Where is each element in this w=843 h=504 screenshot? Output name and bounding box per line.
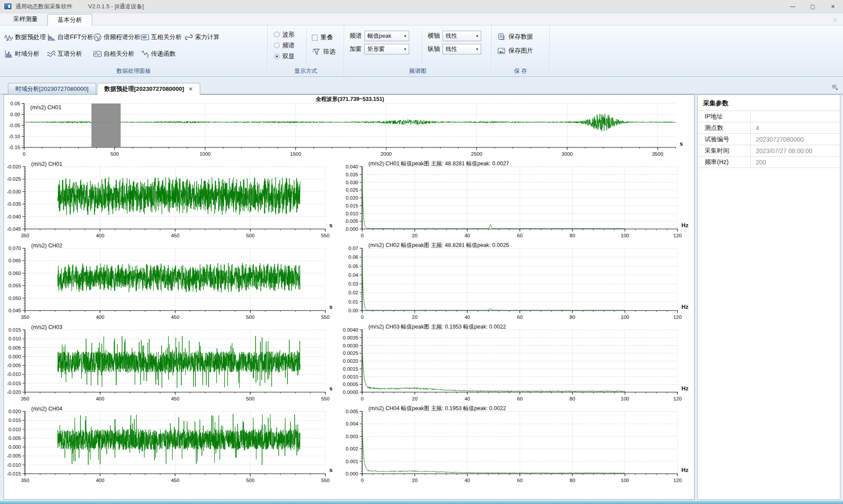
group-label: 数据处理面板 [0,67,267,75]
select-spectrum-type[interactable]: 幅值peak▾ [364,31,409,41]
overlay-checkbox[interactable]: 重叠 [312,31,335,45]
tool-button-autocorr[interactable]: 自相关分析 [93,48,140,60]
svg-text:400: 400 [96,478,104,483]
radio-dual-display[interactable]: 双显 [274,51,295,62]
spectrum-chart-ch03[interactable]: 0.00000.00050.00100.00150.00200.00250.00… [342,324,691,403]
filter-button[interactable]: 筛选 [312,45,335,59]
svg-text:450: 450 [171,478,179,483]
svg-text:40: 40 [465,315,470,320]
svg-text:(m/s2) CH01 幅值peak图 主频: 48.82: (m/s2) CH01 幅值peak图 主频: 48.8281 幅值peak: … [368,161,509,167]
svg-text:-0.015: -0.015 [7,381,21,386]
save-image-button[interactable]: 保存图片 [497,44,533,58]
svg-text:3000: 3000 [562,151,573,157]
select-y-axis-scale[interactable]: 线性▾ [443,44,481,54]
svg-text:0.040: 0.040 [346,164,358,169]
tool-button-label: 数据预处理 [15,33,46,41]
svg-text:120: 120 [673,315,681,320]
tab-list-icon[interactable] [832,84,839,90]
time-chart-ch04[interactable]: -0.015-0.010-0.0050.0000.0050.0100.0150.… [6,405,338,484]
select-x-axis-scale[interactable]: 线性▾ [443,31,481,41]
tool-button-transfer[interactable]: 5传递函数 [140,48,184,60]
spectrum-chart-ch01[interactable]: 0.0000.0050.0100.0150.0200.0250.0300.035… [342,161,691,239]
svg-text:0.015: 0.015 [8,327,21,332]
param-value: 20230727080000 [750,134,840,145]
svg-text:-0.015: -0.015 [7,471,21,476]
svg-text:80: 80 [569,478,575,483]
tool-button-preprocess[interactable]: 数据预处理 [4,32,47,43]
spectrum-chart-ch04[interactable]: 0.0000.0010.0020.0030.0040.0050204060801… [342,405,691,484]
tool-button-fft[interactable]: 自谱FFT分析 [47,32,93,43]
overview-waveform-chart[interactable]: -0.15-0.10-0.050.000.0505001000150020002… [6,96,691,158]
field-y-axis-scale: 纵轴线性▾ [428,44,481,54]
tool-button-crossspectrum[interactable]: 互谱分析 [47,48,93,60]
select-window-type[interactable]: 矩形窗▾ [364,44,409,54]
tool-button-label: 倍频程谱分析 [104,33,140,41]
group-label: 频谱图 [344,67,491,75]
svg-text:0.06: 0.06 [349,254,358,260]
svg-text:-0.005: -0.005 [7,453,21,458]
ribbon-tab-sampling[interactable]: 采样测量 [4,14,47,25]
param-row: 采集时间2023/07/27 08:00:00 [698,145,840,157]
filter-icon [312,47,321,56]
tool-button-timedomain[interactable]: 时域分析 [4,48,47,60]
select-label: 频谱 [349,32,362,40]
minimize-button[interactable]: — [782,0,803,13]
svg-text:(m/s2) CH02 幅值peak图 主频: 48.82: (m/s2) CH02 幅值peak图 主频: 48.8281 幅值peak: … [368,242,509,248]
param-label: 采集时间 [698,145,750,157]
svg-text:s: s [329,467,332,473]
svg-text:-0.030: -0.030 [7,189,21,194]
svg-text:0.015: 0.015 [346,203,358,208]
tool-button-octave[interactable]: 倍频程谱分析 [93,32,140,43]
svg-text:500: 500 [111,151,119,157]
home-icon[interactable]: ⌂ [833,16,837,23]
tab-close-icon[interactable]: ✕ [188,86,193,92]
close-button[interactable]: ✕ [823,0,843,13]
svg-text:0.020: 0.020 [346,195,358,200]
svg-text:0: 0 [361,315,364,320]
svg-text:20: 20 [412,233,418,238]
app-icon [4,4,11,9]
params-panel: 采集参数 IP地址测点数4试验编号20230727080000采集时间2023/… [697,94,840,500]
doc-tab-preprocess[interactable]: 数据预处理[20230727080000]✕ [97,83,201,95]
time-chart-ch01[interactable]: -0.045-0.040-0.035-0.030-0.025-0.0203504… [6,161,338,239]
spectrum-chart-ch02[interactable]: 0.000.010.020.030.040.050.060.0702040608… [342,242,691,321]
svg-text:80: 80 [569,315,575,320]
svg-text:0.005: 0.005 [346,218,358,224]
radio-spectrum[interactable]: 频谱 [274,40,295,51]
time-chart-ch03[interactable]: -0.020-0.015-0.010-0.0050.0000.0050.0100… [6,324,338,403]
svg-text:120: 120 [673,478,681,483]
params-title: 采集参数 [698,95,840,111]
svg-text:20: 20 [412,396,418,401]
svg-text:0.05: 0.05 [349,264,358,269]
ribbon-tab-basic-analysis[interactable]: 基本分析 [47,14,92,25]
svg-text:40: 40 [465,233,470,238]
svg-text:2000: 2000 [381,151,392,157]
svg-text:-0.15: -0.15 [9,145,20,150]
save-data-button[interactable]: 保存数据 [497,30,533,44]
param-label: 试验编号 [698,134,750,145]
tool-button-cableforce[interactable]: 索力计算 [184,32,267,43]
param-row: 测点数4 [698,122,840,134]
radio-icon [274,54,280,59]
titlebar: 通用动态数据采集软件 V2.0.1.5 - [8通道设备] — ▢ ✕ [0,0,843,13]
svg-text:500: 500 [246,396,254,401]
svg-text:350: 350 [21,315,29,320]
group-label: 保 存 [492,67,549,75]
param-value [750,111,840,122]
tool-button-crosscorr[interactable]: 互相关分析 [140,32,184,43]
tool-button-label: 互谱分析 [58,50,82,58]
doc-tab-label: 数据预处理[20230727080000] [104,85,184,93]
save-button-label: 保存数据 [508,33,533,41]
svg-text:100: 100 [621,315,629,320]
main-area: -0.15-0.10-0.050.000.0505001000150020002… [0,94,843,500]
savedata-icon [497,32,506,41]
svg-text:0.050: 0.050 [8,296,21,301]
radio-waveform[interactable]: 波形 [274,29,295,40]
svg-text:-0.020: -0.020 [7,390,21,395]
maximize-button[interactable]: ▢ [803,0,823,13]
time-chart-ch02[interactable]: 0.0450.0500.0550.0600.0650.0703504004505… [6,242,338,321]
doc-tab-time-analysis[interactable]: 时域分析[20230727080000] [8,83,96,94]
select-label: 纵轴 [428,45,440,53]
svg-text:-0.020: -0.020 [7,164,21,169]
document-tab-bar: 时域分析[20230727080000]数据预处理[20230727080000… [0,77,843,94]
